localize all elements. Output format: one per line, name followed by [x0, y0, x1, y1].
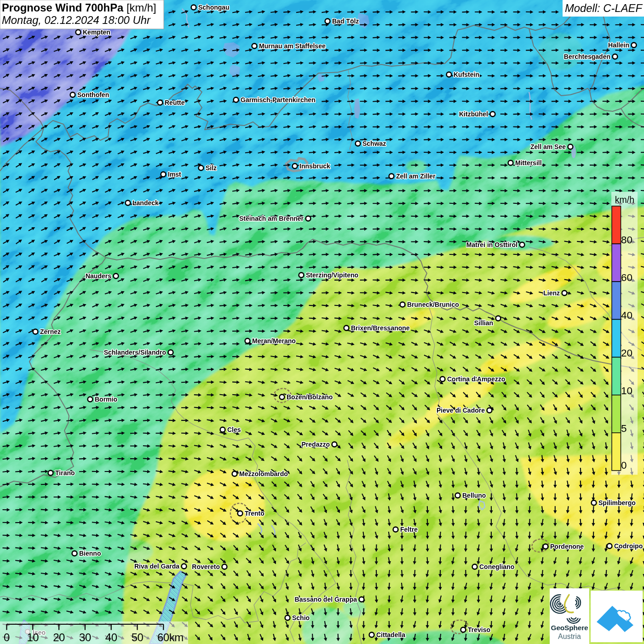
svg-text:Bassano del Grappa: Bassano del Grappa	[295, 596, 357, 603]
svg-text:Imst: Imst	[168, 171, 181, 178]
svg-text:Austria: Austria	[558, 632, 581, 640]
svg-text:Murnau am Staffelsee: Murnau am Staffelsee	[259, 42, 326, 50]
svg-text:Conegliano: Conegliano	[479, 563, 514, 570]
svg-text:Sillian: Sillian	[474, 319, 493, 327]
svg-text:20: 20	[53, 631, 65, 644]
svg-text:Lienz: Lienz	[543, 289, 560, 297]
svg-text:Steinach am Brenner: Steinach am Brenner	[239, 215, 304, 222]
svg-text:Mittersill: Mittersill	[515, 159, 542, 167]
svg-text:Zernez: Zernez	[40, 328, 61, 335]
svg-text:Belluno: Belluno	[462, 492, 486, 499]
svg-text:40: 40	[621, 310, 632, 321]
svg-text:Feltre: Feltre	[400, 526, 418, 533]
svg-text:Mezzolombardo: Mezzolombardo	[239, 470, 288, 477]
svg-text:Kempten: Kempten	[83, 29, 110, 36]
svg-text:Garmisch-Partenkirchen: Garmisch-Partenkirchen	[241, 96, 316, 104]
svg-text:Matrei in Osttirol: Matrei in Osttirol	[466, 241, 518, 248]
svg-text:60: 60	[621, 272, 632, 283]
svg-text:Nauders: Nauders	[86, 272, 111, 280]
svg-text:Kufstein: Kufstein	[454, 71, 479, 78]
svg-text:Bienno: Bienno	[79, 550, 101, 557]
svg-text:Treviso: Treviso	[468, 626, 490, 633]
svg-text:10: 10	[27, 631, 39, 644]
svg-text:Kitzbühel: Kitzbühel	[459, 110, 488, 118]
svg-text:Sterzing/Vipiteno: Sterzing/Vipiteno	[306, 271, 358, 279]
svg-text:Meran/Merano: Meran/Merano	[252, 337, 296, 345]
svg-text:Innsbruck: Innsbruck	[299, 162, 330, 170]
svg-text:Zell am See: Zell am See	[530, 143, 566, 150]
svg-text:Tirano: Tirano	[55, 469, 75, 477]
svg-text:Riva del Garda: Riva del Garda	[134, 563, 179, 570]
svg-text:Bad Tölz: Bad Tölz	[332, 17, 359, 25]
svg-text:Pordenone: Pordenone	[550, 543, 584, 550]
svg-text:Spilimbergo: Spilimbergo	[598, 499, 636, 506]
svg-text:Landeck: Landeck	[132, 199, 159, 207]
svg-text:Pieve di Cadore: Pieve di Cadore	[437, 407, 485, 414]
svg-text:Bruneck/Brunico: Bruneck/Brunico	[407, 301, 459, 308]
svg-text:30: 30	[79, 631, 91, 644]
svg-text:Bormio: Bormio	[95, 396, 117, 403]
svg-text:Predazzo: Predazzo	[302, 441, 330, 448]
svg-text:Hallein: Hallein	[608, 41, 629, 49]
svg-text:5: 5	[621, 423, 627, 434]
svg-text:0: 0	[621, 460, 627, 471]
svg-text:GeoSphere: GeoSphere	[551, 624, 588, 632]
svg-text:Prognose Wind 700hPa [km/h]: Prognose Wind 700hPa [km/h]	[2, 1, 156, 14]
svg-text:20: 20	[621, 347, 632, 359]
svg-text:Montag, 02.12.2024 18:00 Uhr: Montag, 02.12.2024 18:00 Uhr	[2, 14, 151, 26]
svg-text:40: 40	[105, 631, 117, 644]
svg-text:Codroipo: Codroipo	[614, 542, 643, 550]
svg-text:Silz: Silz	[206, 164, 217, 172]
svg-text:Cittadella: Cittadella	[376, 631, 405, 638]
svg-text:Modell: C-LAEF: Modell: C-LAEF	[565, 2, 643, 14]
svg-text:km/h: km/h	[615, 195, 634, 205]
svg-text:Sonthofen: Sonthofen	[77, 91, 109, 98]
svg-text:Zell am Ziller: Zell am Ziller	[396, 172, 436, 180]
svg-text:Reutte: Reutte	[165, 99, 185, 106]
svg-text:Brixen/Bressanone: Brixen/Bressanone	[351, 324, 410, 332]
svg-text:60km: 60km	[157, 631, 184, 644]
svg-text:Cles: Cles	[227, 426, 241, 433]
svg-text:0: 0	[4, 631, 10, 644]
svg-text:Cortina d'Ampezzo: Cortina d'Ampezzo	[447, 375, 505, 383]
svg-text:Schio: Schio	[292, 614, 310, 621]
svg-text:50: 50	[132, 631, 144, 644]
svg-text:Bozen/Bolzano: Bozen/Bolzano	[287, 393, 333, 401]
svg-text:Berchtesgaden: Berchtesgaden	[564, 53, 610, 60]
svg-text:80: 80	[621, 234, 632, 246]
svg-text:Schwaz: Schwaz	[362, 140, 386, 147]
svg-text:10: 10	[621, 385, 632, 397]
svg-text:Schlanders/Silandro: Schlanders/Silandro	[104, 349, 166, 356]
svg-text:Trento: Trento	[245, 510, 264, 517]
svg-text:Schongau: Schongau	[198, 4, 230, 11]
svg-text:Rovereto: Rovereto	[192, 563, 220, 570]
